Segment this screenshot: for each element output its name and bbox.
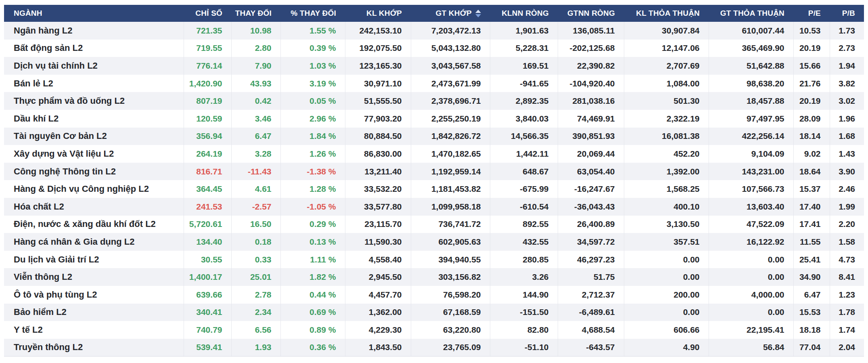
table-row[interactable]: Ngân hàng L2 721.35 10.98 1.55 % 242,153… — [4, 22, 864, 40]
pe-cell: 10.53 — [793, 22, 830, 40]
putthrough-value-cell: 9,104.09 — [709, 145, 793, 163]
putthrough-volume-cell: 1,568.25 — [624, 180, 709, 198]
matched-value-cell: 2,255,250.19 — [411, 110, 490, 128]
index-cell: 740.79 — [184, 321, 231, 339]
table-row[interactable]: Du lịch và Giải trí L2 30.55 0.33 1.11 %… — [4, 251, 864, 269]
putthrough-value-cell: 97,497.95 — [709, 110, 793, 128]
header-thay-doi[interactable]: THAY ĐỔI — [231, 5, 280, 22]
header-chi-so[interactable]: CHỈ SỐ — [184, 5, 231, 22]
net-foreign-value-cell: 22,390.82 — [558, 57, 624, 75]
index-cell: 719.55 — [184, 40, 231, 57]
header-klnn-rong[interactable]: KLNN RÒNG — [490, 5, 558, 22]
sector-name-cell: Bất động sản L2 — [4, 40, 184, 57]
putthrough-value-cell: 422,256.14 — [709, 128, 793, 145]
matched-volume-cell: 23,115.70 — [345, 216, 411, 233]
header-pe[interactable]: P/E — [793, 5, 830, 22]
table-row[interactable]: Viễn thông L2 1,400.17 25.01 1.82 % 2,94… — [4, 268, 864, 286]
pb-cell: 3.82 — [830, 75, 864, 92]
matched-volume-cell: 86,830.00 — [345, 145, 411, 163]
sort-icon[interactable] — [475, 10, 481, 17]
table-row[interactable]: Truyền thông L2 539.41 1.93 0.36 % 1,843… — [4, 339, 864, 357]
sector-name-cell: Thực phẩm và đồ uống L2 — [4, 92, 184, 110]
pct-change-cell: 0.44 % — [280, 286, 345, 304]
net-foreign-volume-cell: 3,840.03 — [490, 110, 558, 128]
table-row[interactable]: Hóa chất L2 241.53 -2.57 -1.05 % 33,577.… — [4, 198, 864, 216]
table-row[interactable]: Công nghệ Thông tin L2 816.71 -11.43 -1.… — [4, 163, 864, 180]
header-nganh[interactable]: NGÀNH — [4, 5, 184, 22]
table-row[interactable]: Dịch vụ tài chính L2 776.14 7.90 1.03 % … — [4, 57, 864, 75]
matched-volume-cell: 1,843.50 — [345, 339, 411, 357]
matched-volume-cell: 4,558.40 — [345, 251, 411, 269]
table-row[interactable]: Tài nguyên Cơ bản L2 356.94 6.47 1.84 % … — [4, 128, 864, 145]
net-foreign-volume-cell: 1,442.11 — [490, 145, 558, 163]
table-row[interactable]: Dầu khí L2 120.59 3.46 2.96 % 77,903.20 … — [4, 110, 864, 128]
matched-value-cell: 1,099,958.18 — [411, 198, 490, 216]
pb-cell: 4.73 — [830, 251, 864, 269]
table-row[interactable]: Xây dựng và Vật liệu L2 264.19 3.28 1.26… — [4, 145, 864, 163]
sector-name-cell: Du lịch và Giải trí L2 — [4, 251, 184, 269]
net-foreign-value-cell: -6,489.61 — [558, 304, 624, 321]
pe-cell: 77.04 — [793, 339, 830, 357]
index-cell: 1,400.17 — [184, 268, 231, 286]
index-cell: 1,420.90 — [184, 75, 231, 92]
net-foreign-volume-cell: 432.55 — [490, 233, 558, 251]
pct-change-cell: 0.13 % — [280, 233, 345, 251]
putthrough-value-cell: 13,603.40 — [709, 198, 793, 216]
net-foreign-value-cell: 136,085.11 — [558, 22, 624, 40]
sector-name-cell: Hàng & Dịch vụ Công nghiệp L2 — [4, 180, 184, 198]
putthrough-volume-cell: 357.51 — [624, 233, 709, 251]
sector-name-cell: Ngân hàng L2 — [4, 22, 184, 40]
pb-cell: 8.41 — [830, 268, 864, 286]
putthrough-value-cell: 0.00 — [709, 268, 793, 286]
header-gtnn-rong[interactable]: GTNN RÒNG — [558, 5, 624, 22]
header-kl-thoa-thuan[interactable]: KL THỎA THUẬN — [624, 5, 709, 22]
pe-cell: 15.66 — [793, 57, 830, 75]
sector-name-cell: Hàng cá nhân & Gia dụng L2 — [4, 233, 184, 251]
putthrough-volume-cell: 0.00 — [624, 268, 709, 286]
pb-cell: 3.02 — [830, 92, 864, 110]
table-row[interactable]: Hàng & Dịch vụ Công nghiệp L2 364.45 4.6… — [4, 180, 864, 198]
change-cell: 6.56 — [231, 321, 280, 339]
header-gt-khop[interactable]: GT KHỚP — [411, 5, 490, 22]
pct-change-cell: 0.05 % — [280, 92, 345, 110]
table-row[interactable]: Hàng cá nhân & Gia dụng L2 134.40 0.18 0… — [4, 233, 864, 251]
table-row[interactable]: Bất động sản L2 719.55 2.80 0.39 % 192,0… — [4, 40, 864, 57]
putthrough-volume-cell: 501.30 — [624, 92, 709, 110]
matched-volume-cell: 51,555.50 — [345, 92, 411, 110]
table-row[interactable]: Bán lẻ L2 1,420.90 43.93 3.19 % 30,971.1… — [4, 75, 864, 92]
putthrough-volume-cell: 1,392.00 — [624, 163, 709, 180]
matched-value-cell: 2,473,671.99 — [411, 75, 490, 92]
table-row[interactable]: Ô tô và phụ tùng L2 639.66 2.78 0.44 % 4… — [4, 286, 864, 304]
putthrough-volume-cell: 200.00 — [624, 286, 709, 304]
index-cell: 30.55 — [184, 251, 231, 269]
net-foreign-volume-cell: 280.85 — [490, 251, 558, 269]
net-foreign-value-cell: 390,851.93 — [558, 128, 624, 145]
net-foreign-value-cell: -16,247.67 — [558, 180, 624, 198]
net-foreign-volume-cell: -151.50 — [490, 304, 558, 321]
pct-change-cell: 2.96 % — [280, 110, 345, 128]
header-gt-thoa-thuan[interactable]: GT THỎA THUẬN — [709, 5, 793, 22]
net-foreign-volume-cell: -675.99 — [490, 180, 558, 198]
sector-name-cell: Công nghệ Thông tin L2 — [4, 163, 184, 180]
table-row[interactable]: Y tế L2 740.79 6.56 0.89 % 4,229.30 63,2… — [4, 321, 864, 339]
pb-cell: 2.73 — [830, 40, 864, 57]
table-row[interactable]: Thực phẩm và đồ uống L2 807.19 0.42 0.05… — [4, 92, 864, 110]
pe-cell: 17.40 — [793, 198, 830, 216]
matched-value-cell: 63,220.80 — [411, 321, 490, 339]
putthrough-value-cell: 18,457.88 — [709, 92, 793, 110]
pb-cell: 1.94 — [830, 57, 864, 75]
net-foreign-value-cell: 4,688.54 — [558, 321, 624, 339]
header-kl-khop[interactable]: KL KHỚP — [345, 5, 411, 22]
matched-volume-cell: 33,532.20 — [345, 180, 411, 198]
matched-volume-cell: 242,153.10 — [345, 22, 411, 40]
putthrough-value-cell: 56.84 — [709, 339, 793, 357]
putthrough-volume-cell: 2,707.69 — [624, 57, 709, 75]
putthrough-value-cell: 365,469.90 — [709, 40, 793, 57]
pb-cell: 2.04 — [830, 339, 864, 357]
pct-change-cell: 3.19 % — [280, 75, 345, 92]
header-pb[interactable]: P/B — [830, 5, 864, 22]
header-pct-thay-doi[interactable]: % THAY ĐỔI — [280, 5, 345, 22]
index-cell: 364.45 — [184, 180, 231, 198]
table-row[interactable]: Điện, nước & xăng dầu khí đốt L2 5,720.6… — [4, 216, 864, 233]
table-row[interactable]: Bảo hiểm L2 340.41 2.34 0.69 % 1,362.00 … — [4, 304, 864, 321]
